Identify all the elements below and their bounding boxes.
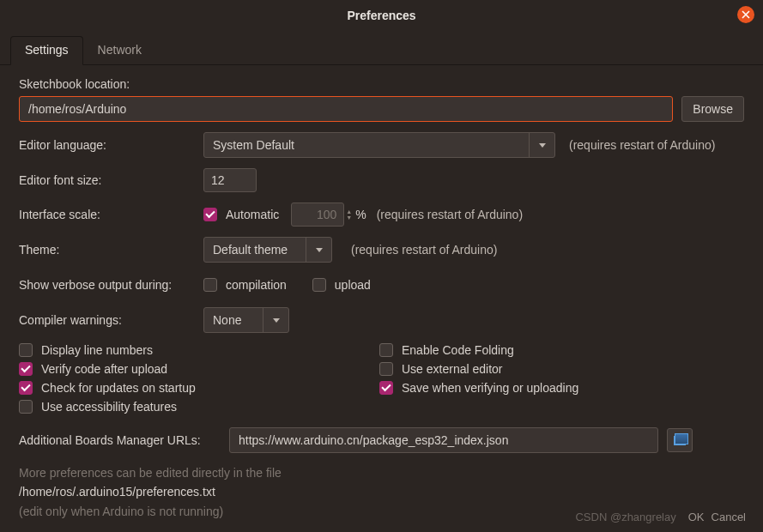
- restart-note-1: (requires restart of Arduino): [569, 138, 715, 152]
- font-size-label: Editor font size:: [19, 173, 203, 187]
- compilation-checkbox[interactable]: [203, 278, 217, 292]
- compiler-warnings-value: None: [213, 313, 241, 327]
- tab-settings[interactable]: Settings: [10, 36, 83, 65]
- display-line-numbers-checkbox[interactable]: [19, 343, 33, 357]
- close-button[interactable]: [737, 6, 754, 23]
- tab-network[interactable]: Network: [83, 36, 156, 65]
- save-when-verify-checkbox[interactable]: [379, 381, 393, 395]
- upload-checkbox[interactable]: [312, 278, 326, 292]
- window-icon: [674, 436, 686, 445]
- theme-label: Theme:: [19, 243, 203, 257]
- theme-select[interactable]: Default theme: [203, 237, 332, 263]
- editor-language-select[interactable]: System Default: [203, 132, 555, 158]
- cancel-button[interactable]: Cancel: [712, 511, 746, 523]
- percent-label: %: [355, 208, 366, 221]
- boards-url-expand-button[interactable]: [667, 428, 693, 452]
- more-prefs-text: More preferences can be edited directly …: [19, 463, 744, 482]
- upload-label: upload: [335, 278, 371, 292]
- code-folding-label: Enable Code Folding: [402, 343, 514, 357]
- editor-language-value: System Default: [213, 138, 294, 152]
- check-updates-checkbox[interactable]: [19, 381, 33, 395]
- external-editor-checkbox[interactable]: [379, 362, 393, 376]
- chevron-down-icon: [273, 318, 280, 323]
- watermark-text: CSDN @zhangrelay: [575, 511, 675, 523]
- save-when-verify-label: Save when verifying or uploading: [402, 381, 578, 395]
- boards-url-label: Additional Boards Manager URLs:: [19, 433, 229, 447]
- automatic-label: Automatic: [226, 208, 279, 221]
- verify-after-upload-checkbox[interactable]: [19, 362, 33, 376]
- external-editor-label: Use external editor: [402, 362, 503, 376]
- restart-note-3: (requires restart of Arduino): [351, 243, 497, 257]
- verify-after-upload-label: Verify code after upload: [41, 362, 167, 376]
- interface-scale-label: Interface scale:: [19, 208, 203, 221]
- scale-percent-input[interactable]: [291, 203, 344, 227]
- automatic-checkbox[interactable]: [203, 208, 217, 221]
- browse-button[interactable]: Browse: [681, 96, 744, 122]
- window-title: Preferences: [347, 9, 415, 22]
- scale-down-icon[interactable]: ▼: [346, 215, 352, 221]
- code-folding-checkbox[interactable]: [379, 343, 393, 357]
- accessibility-label: Use accessibility features: [41, 400, 177, 414]
- compiler-warnings-label: Compiler warnings:: [19, 313, 203, 327]
- close-icon: [742, 10, 750, 19]
- display-line-numbers-label: Display line numbers: [41, 343, 153, 357]
- check-updates-label: Check for updates on startup: [41, 381, 196, 395]
- ok-button[interactable]: OK: [688, 511, 705, 523]
- theme-value: Default theme: [213, 243, 288, 257]
- sketchbook-label: Sketchbook location:: [19, 77, 744, 91]
- chevron-down-icon: [316, 248, 323, 252]
- compilation-label: compilation: [226, 278, 287, 292]
- restart-note-2: (requires restart of Arduino): [377, 208, 523, 221]
- accessibility-checkbox[interactable]: [19, 400, 33, 414]
- font-size-input[interactable]: [203, 168, 257, 192]
- compiler-warnings-select[interactable]: None: [203, 307, 289, 333]
- boards-url-input[interactable]: [229, 427, 658, 453]
- verbose-label: Show verbose output during:: [19, 278, 203, 292]
- prefs-file-path[interactable]: /home/ros/.arduino15/preferences.txt: [19, 482, 744, 501]
- chevron-down-icon: [539, 143, 546, 148]
- scale-up-icon[interactable]: ▲: [346, 209, 352, 215]
- editor-language-label: Editor language:: [19, 138, 203, 152]
- sketchbook-path-input[interactable]: [19, 96, 673, 122]
